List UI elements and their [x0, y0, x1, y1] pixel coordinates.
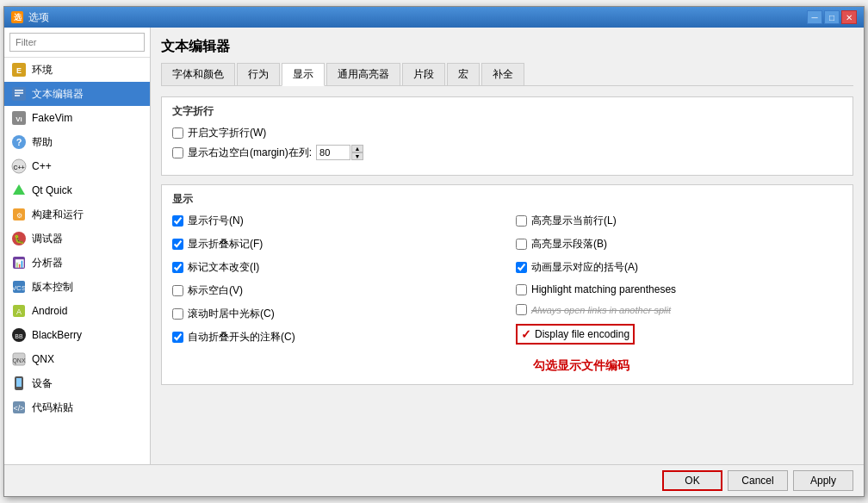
sidebar-label-code-paste: 代码粘贴	[32, 401, 73, 415]
sidebar-item-help[interactable]: ? 帮助	[4, 130, 150, 154]
enable-wrap-checkbox[interactable]	[172, 127, 183, 139]
apply-button[interactable]: Apply	[793, 470, 853, 491]
sidebar-item-text-editor[interactable]: 文本编辑器	[4, 82, 150, 106]
display-encoding-label: Display file encoding	[535, 328, 629, 340]
show-margin-row: 显示右边空白(margin)在列: ▲ ▼	[172, 145, 842, 160]
sidebar-item-cpp[interactable]: C++ C++	[4, 154, 150, 178]
show-lineno-checkbox[interactable]	[172, 215, 183, 227]
animate-matching-checkbox[interactable]	[516, 262, 527, 273]
auto-fold-label: 自动折叠开头的注释(C)	[188, 330, 295, 345]
tab-snippets[interactable]: 片段	[402, 63, 445, 85]
sidebar-item-env[interactable]: E 环境	[4, 58, 150, 82]
svg-text:C++: C++	[13, 165, 24, 171]
sidebar-label-version-ctrl: 版本控制	[32, 280, 73, 295]
mark-changes-row: 标记文本改变(I)	[172, 260, 499, 275]
auto-fold-row: 自动折叠开头的注释(C)	[172, 330, 499, 345]
show-margin-checkbox[interactable]	[172, 147, 183, 158]
sidebar-label-analyzer: 分析器	[32, 256, 63, 270]
tab-display[interactable]: 显示	[282, 63, 325, 86]
auto-fold-checkbox[interactable]	[172, 332, 183, 343]
dialog-title: 选项	[28, 10, 49, 25]
scroll-center-checkbox[interactable]	[172, 308, 183, 320]
spinner-up[interactable]: ▲	[351, 145, 363, 152]
animate-matching-row: 动画显示对应的括号(A)	[516, 260, 842, 275]
highlight-line-label: 高亮显示当前行(L)	[531, 214, 617, 228]
qt-quick-icon	[11, 183, 27, 198]
highlight-blocks-checkbox[interactable]	[516, 239, 527, 250]
sidebar-item-qt-quick[interactable]: Qt Quick	[4, 178, 150, 202]
display-section: 显示 显示行号(N) 显示折叠标记(F) 标记文本改变(	[161, 184, 853, 385]
filter-input[interactable]	[9, 33, 145, 52]
svg-text:📊: 📊	[15, 258, 25, 269]
text-editor-icon	[11, 86, 27, 102]
show-lineno-row: 显示行号(N)	[172, 214, 499, 228]
svg-text:?: ?	[16, 137, 22, 147]
spinner-buttons: ▲ ▼	[351, 145, 363, 160]
display-section-title: 显示	[172, 192, 842, 207]
maximize-button[interactable]: □	[824, 10, 840, 24]
tab-completion[interactable]: 补全	[481, 63, 524, 85]
svg-rect-2	[12, 87, 26, 101]
debug-icon: 🐛	[11, 231, 27, 246]
sidebar-item-version-ctrl[interactable]: VCS 版本控制	[4, 275, 150, 299]
highlight-parens-checkbox[interactable]	[516, 284, 527, 295]
highlight-blocks-row: 高亮显示段落(B)	[516, 237, 842, 251]
sidebar-item-devices[interactable]: 设备	[4, 371, 150, 395]
highlight-parens-row: Highlight matching parentheses	[516, 283, 842, 295]
tab-generic-highlight[interactable]: 通用高亮器	[326, 63, 400, 85]
sidebar-item-qnx[interactable]: QNX QNX	[4, 347, 150, 371]
mark-changes-checkbox[interactable]	[172, 262, 183, 273]
cpp-icon: C++	[11, 158, 27, 174]
highlight-blocks-label: 高亮显示段落(B)	[531, 237, 607, 251]
show-lineno-label: 显示行号(N)	[188, 214, 244, 228]
display-right-col: 高亮显示当前行(L) 高亮显示段落(B) 动画显示对应的括号(A) H	[516, 214, 842, 374]
device-icon	[11, 376, 27, 391]
sidebar-label-devices: 设备	[32, 376, 53, 391]
options-dialog: 选 选项 ─ □ ✕ E 环境	[3, 6, 865, 497]
close-button[interactable]: ✕	[841, 10, 857, 24]
scroll-center-row: 滚动时居中光标(C)	[172, 307, 499, 321]
sidebar-item-debugger[interactable]: 🐛 调试器	[4, 227, 150, 251]
tab-behavior[interactable]: 行为	[237, 63, 280, 85]
tab-font-color[interactable]: 字体和颜色	[161, 63, 235, 85]
sidebar-item-code-paste[interactable]: </> 代码粘贴	[4, 395, 150, 419]
mark-changes-label: 标记文本改变(I)	[188, 260, 259, 275]
title-bar-left: 选 选项	[11, 10, 49, 25]
svg-rect-28	[16, 378, 22, 387]
fakevim-icon: Vi	[11, 110, 27, 126]
enable-wrap-label: 开启文字折行(W)	[188, 126, 266, 140]
minimize-button[interactable]: ─	[807, 10, 822, 24]
enable-wrap-row: 开启文字折行(W)	[172, 126, 842, 140]
sidebar-item-blackberry[interactable]: BB BlackBerry	[4, 323, 150, 347]
spinner-down[interactable]: ▼	[351, 152, 363, 160]
filter-box	[4, 28, 150, 58]
tab-macros[interactable]: 宏	[447, 63, 480, 85]
margin-spinner: ▲ ▼	[316, 145, 363, 160]
cancel-button[interactable]: Cancel	[728, 470, 788, 491]
code-icon: </>	[11, 400, 27, 415]
show-fold-checkbox[interactable]	[172, 239, 183, 250]
sidebar-item-analyzer[interactable]: 📊 分析器	[4, 251, 150, 275]
sidebar-label-qnx: QNX	[32, 353, 54, 365]
analyze-icon: 📊	[11, 255, 27, 270]
tab-bar: 字体和颜色 行为 显示 通用高亮器 片段 宏 补全	[161, 63, 853, 86]
show-whitespace-checkbox[interactable]	[172, 285, 183, 296]
sidebar-item-android[interactable]: A Android	[4, 299, 150, 323]
show-margin-label: 显示右边空白(margin)在列:	[188, 146, 312, 160]
title-bar: 选 选项 ─ □ ✕	[4, 7, 864, 28]
always-open-links-checkbox[interactable]	[516, 304, 527, 315]
sidebar: E 环境 文本编辑器 Vi FakeVim	[4, 28, 151, 464]
scroll-center-label: 滚动时居中光标(C)	[188, 307, 275, 321]
display-left-col: 显示行号(N) 显示折叠标记(F) 标记文本改变(I) 标示空白(V)	[172, 214, 499, 374]
check-red-icon: ✓	[521, 327, 531, 341]
dialog-body: E 环境 文本编辑器 Vi FakeVim	[4, 28, 864, 464]
page-title: 文本编辑器	[161, 38, 853, 56]
ok-button[interactable]: OK	[662, 470, 722, 491]
svg-text:E: E	[16, 66, 22, 75]
show-fold-label: 显示折叠标记(F)	[188, 237, 263, 251]
sidebar-item-fakevim[interactable]: Vi FakeVim	[4, 106, 150, 130]
margin-value-input[interactable]	[316, 145, 350, 160]
display-two-col: 显示行号(N) 显示折叠标记(F) 标记文本改变(I) 标示空白(V)	[172, 214, 842, 374]
sidebar-item-build-run[interactable]: ⚙ 构建和运行	[4, 202, 150, 227]
highlight-line-checkbox[interactable]	[516, 215, 527, 227]
